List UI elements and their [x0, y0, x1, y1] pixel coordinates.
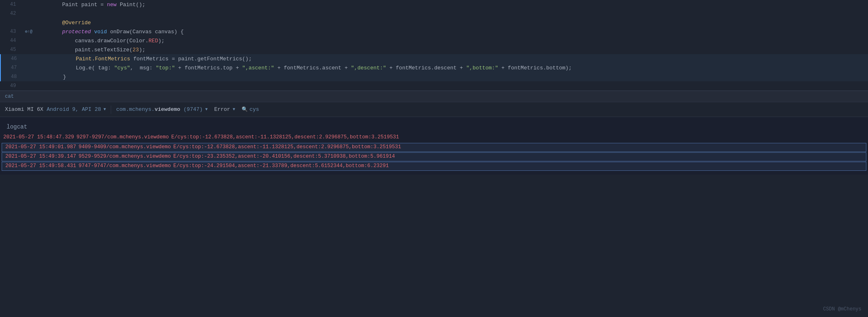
- code-line-46: 46 Paint.FontMetrics fontMetrics = paint…: [0, 54, 868, 63]
- line-number: 41: [0, 2, 23, 7]
- line-content: Paint paint = new Paint();: [35, 2, 868, 8]
- logcat-title: logcat: [0, 122, 868, 133]
- code-editor: 41 Paint paint = new Paint(); 42 @Overri…: [0, 0, 868, 91]
- log-tag-2: E/cys:: [174, 144, 192, 150]
- device-api: Android 9, API 28: [47, 106, 101, 113]
- search-text[interactable]: cys: [249, 106, 259, 113]
- level-label: Error: [214, 106, 230, 113]
- watermark-text: CSDN @mChenys: [823, 306, 861, 312]
- line-number: 44: [0, 38, 23, 44]
- watermark: CSDN @mChenys: [823, 306, 861, 312]
- line-content: [35, 11, 868, 17]
- log-msg-4: top:-24.291504,ascent:-21.33789,descent:…: [192, 163, 389, 169]
- line-content: @Override: [35, 20, 868, 26]
- code-line-45: 45 paint.setTextSize(23);: [0, 45, 868, 54]
- device-selector[interactable]: Xiaomi MI 6X Android 9, API 28 ▼: [5, 106, 106, 113]
- line-content: canvas.drawColor(Color.RED);: [35, 38, 868, 44]
- log-msg-3: top:-23.235352,ascent:-20.410156,descent…: [192, 154, 395, 159]
- line-number: 45: [0, 47, 23, 53]
- code-line-43: 43 ⊕↑@ protected void onDraw(Canvas canv…: [0, 27, 868, 36]
- separator-bar: cat: [0, 91, 868, 102]
- logcat-toolbar: Xiaomi MI 6X Android 9, API 28 ▼ com.mch…: [0, 102, 868, 117]
- log-msg-2: top:-12.673828,ascent:-11.1328125,descen…: [192, 144, 401, 150]
- line-gutter: ⊕↑@: [23, 29, 35, 34]
- code-line-49: 49: [0, 81, 868, 90]
- log-timestamp-1: 2021-05-27 15:48:47.329: [3, 134, 74, 140]
- code-line-41: 41 Paint paint = new Paint();: [0, 0, 868, 9]
- gutter-icon: ⊕↑@: [25, 29, 32, 34]
- log-msg-1: top:-12.673828,ascent:-11.1328125,descen…: [190, 134, 399, 140]
- line-content: }: [36, 74, 868, 80]
- package-pid: (9747): [183, 106, 203, 113]
- log-timestamp-4: 2021-05-27 15:49:58.431: [5, 163, 76, 169]
- level-selector[interactable]: Error ▼: [214, 106, 235, 113]
- log-pid-3: 9529-9529/com.mchenys.viewdemo: [79, 154, 171, 159]
- logcat-section: logcat 2021-05-27 15:48:47.329 9297-9297…: [0, 117, 868, 175]
- device-name: Xiaomi MI 6X: [5, 106, 43, 113]
- search-area: 🔍 cys: [242, 106, 259, 113]
- toolbar-separator-1: [111, 106, 111, 114]
- line-number: 42: [0, 11, 23, 16]
- separator-label: cat: [5, 94, 14, 99]
- package-dropdown-arrow[interactable]: ▼: [205, 107, 208, 112]
- package-selector[interactable]: com.mchenys.viewdemo (9747) ▼: [116, 106, 208, 113]
- line-content: Paint.FontMetrics fontMetrics = paint.ge…: [36, 56, 868, 62]
- line-content: [35, 83, 868, 89]
- log-timestamp-3: 2021-05-27 15:49:39.147: [5, 154, 76, 159]
- line-content: protected void onDraw(Canvas canvas) {: [35, 29, 868, 35]
- package-name: com.mchenys.viewdemo: [116, 106, 180, 113]
- log-entry-2: 2021-05-27 15:49:01.987 9409-9409/com.mc…: [2, 143, 866, 152]
- log-pid-4: 9747-9747/com.mchenys.viewdemo: [79, 163, 171, 169]
- device-dropdown-arrow[interactable]: ▼: [103, 107, 106, 112]
- line-number: 47: [1, 65, 23, 71]
- code-line-42-empty: 42: [0, 9, 868, 18]
- log-timestamp-2: 2021-05-27 15:49:01.987: [5, 144, 76, 150]
- code-line-47: 47 Log.e( tag: "cys", msg: "top:" + font…: [0, 63, 868, 72]
- log-pid-1: 9297-9297/com.mchenys.viewdemo: [77, 134, 169, 140]
- log-tag-4: E/cys:: [174, 163, 192, 169]
- line-number: 46: [1, 56, 23, 62]
- search-icon: 🔍: [242, 106, 248, 113]
- log-pid-2: 9409-9409/com.mchenys.viewdemo: [79, 144, 171, 150]
- log-entry-1: 2021-05-27 15:48:47.329 9297-9297/com.mc…: [0, 133, 868, 142]
- line-content: Log.e( tag: "cys", msg: "top:" + fontMet…: [36, 65, 868, 71]
- code-line-44: 44 canvas.drawColor(Color.RED);: [0, 36, 868, 45]
- line-number: 49: [0, 83, 23, 89]
- log-entry-4: 2021-05-27 15:49:58.431 9747-9747/com.mc…: [2, 162, 866, 171]
- code-line-48: 48 }: [0, 72, 868, 81]
- code-line-annotation: @Override: [0, 18, 868, 27]
- line-content: paint.setTextSize(23);: [35, 47, 868, 53]
- log-tag-1: E/cys:: [171, 134, 190, 140]
- log-tag-3: E/cys:: [174, 154, 192, 159]
- level-dropdown-arrow[interactable]: ▼: [233, 107, 235, 112]
- line-number: 43: [0, 29, 23, 34]
- log-entry-3: 2021-05-27 15:49:39.147 9529-9529/com.mc…: [2, 152, 866, 161]
- line-number: 48: [1, 74, 23, 80]
